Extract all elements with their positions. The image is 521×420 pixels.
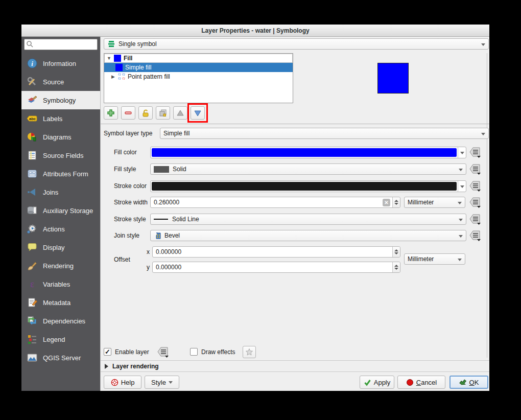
sidebar-item-label: Legend [43, 336, 65, 343]
sidebar-item-dependencies[interactable]: Dependencies [21, 312, 100, 330]
sidebar-item-information[interactable]: i Information [21, 54, 100, 73]
expander-right-icon[interactable]: ▶ [111, 74, 115, 79]
data-defined-override-button[interactable] [469, 213, 481, 225]
effects-options-button[interactable] [243, 346, 256, 358]
lock-color-button[interactable] [138, 106, 153, 120]
offset-y-input[interactable]: 0.000000 [152, 262, 400, 273]
stroke-width-unit-combo[interactable]: Millimeter [404, 197, 465, 208]
labels-icon: abc [27, 113, 38, 124]
symbol-layer-type-combo[interactable]: Simple fill [160, 128, 489, 139]
offset-y-value: 0.000000 [156, 264, 181, 271]
sidebar-item-attributes-form[interactable]: Attributes Form [21, 165, 100, 183]
simple-fill-chip [115, 64, 123, 71]
symbology-icon [27, 95, 38, 106]
renderer-value: Single symbol [119, 40, 157, 48]
expander-down-icon[interactable]: ▼ [107, 56, 111, 61]
data-defined-override-button[interactable] [157, 346, 169, 358]
data-defined-override-button[interactable] [469, 146, 481, 158]
join-style-label: Join style [114, 232, 139, 239]
remove-symbol-layer-button[interactable] [121, 106, 135, 120]
stroke-style-combo[interactable]: Solid Line [150, 214, 466, 225]
sidebar-item-source[interactable]: Source [21, 73, 100, 91]
chevron-down-icon [458, 259, 462, 261]
tree-row-point-pattern-fill[interactable]: ▶ Point pattern fill [104, 72, 293, 81]
sidebar-item-metadata[interactable]: Metadata [21, 293, 100, 312]
solid-line-swatch [154, 219, 168, 220]
layer-rendering-section[interactable]: Layer rendering [101, 360, 489, 372]
tree-row-simple-fill[interactable]: Simple fill [104, 63, 293, 72]
tree-row-fill[interactable]: ▼ Fill [104, 54, 293, 63]
offset-x-value: 0.000000 [156, 248, 181, 255]
sidebar-item-variables[interactable]: ε Variables [21, 275, 100, 293]
svg-text:i: i [31, 60, 33, 67]
sidebar-item-label: Symbology [43, 97, 76, 104]
chevron-down-icon [169, 381, 173, 384]
clear-icon[interactable]: ✕ [383, 199, 390, 206]
expander-right-icon [105, 364, 108, 369]
offset-unit-combo[interactable]: Millimeter [404, 253, 465, 265]
fill-color-dropdown[interactable] [458, 147, 466, 158]
ok-button[interactable]: OK [449, 376, 488, 389]
move-up-button[interactable] [173, 106, 187, 120]
tree-label-fill: Fill [124, 55, 132, 62]
stroke-width-spinner[interactable] [392, 197, 400, 207]
sidebar-item-actions[interactable]: Actions [21, 220, 100, 238]
offset-y-spinner[interactable] [392, 262, 400, 272]
draw-effects-checkbox[interactable] [190, 348, 198, 356]
sidebar-item-rendering[interactable]: Rendering [21, 256, 100, 275]
layer-properties-dialog: Layer Properties - water | Symbology i I… [21, 25, 489, 391]
search-input[interactable] [24, 39, 98, 50]
cancel-button[interactable]: Cancel [397, 376, 445, 389]
offset-x-spinner[interactable] [392, 247, 400, 257]
sidebar-item-label: Information [43, 60, 76, 67]
fill-color-swatch [152, 148, 457, 157]
ok-arrow-icon [459, 379, 467, 386]
chevron-down-icon [459, 235, 463, 238]
enable-layer-checkbox[interactable]: ✓ [104, 348, 111, 356]
joins-icon [27, 186, 38, 198]
sidebar-item-label: Source Fields [43, 152, 83, 159]
fill-color-button[interactable] [150, 147, 466, 158]
fill-symbol-chip [114, 55, 121, 62]
sidebar-item-source-fields[interactable]: Source Fields [21, 146, 100, 165]
sidebar-item-joins[interactable]: Joins [21, 183, 100, 201]
stroke-color-dropdown[interactable] [458, 181, 466, 192]
plus-icon [106, 108, 115, 118]
join-style-combo[interactable]: Bevel [150, 230, 466, 241]
duplicate-symbol-layer-button[interactable] [156, 106, 170, 120]
sidebar-item-qgis-server[interactable]: QGIS Server [21, 348, 100, 367]
data-defined-override-button[interactable] [469, 229, 481, 242]
data-defined-override-button[interactable] [469, 196, 481, 208]
data-defined-override-button[interactable] [469, 163, 481, 175]
sidebar-item-auxiliary-storage[interactable]: Auxiliary Storage [21, 201, 100, 220]
apply-button[interactable]: Apply [360, 376, 394, 389]
sidebar-item-label: Metadata [43, 299, 70, 307]
style-button[interactable]: Style [145, 376, 179, 389]
star-icon [245, 348, 253, 356]
renderer-combo[interactable]: Single symbol [104, 38, 489, 50]
rendering-icon [27, 260, 38, 271]
symbol-layer-tree: ▼ Fill Simple fill ▶ Point pattern fill [104, 53, 293, 103]
help-button[interactable]: Help [104, 376, 141, 389]
stroke-color-button[interactable] [150, 180, 466, 192]
symbology-panel: Single symbol ▼ Fill Simple fill ▶ Point… [100, 37, 489, 391]
panel-frame-line [487, 53, 487, 358]
tree-label-simple-fill: Simple fill [125, 64, 151, 71]
sidebar-item-legend[interactable]: Legend [21, 330, 100, 348]
sidebar-item-label: QGIS Server [43, 354, 81, 362]
chevron-down-icon [459, 219, 463, 221]
qgis-server-icon [27, 352, 38, 363]
add-symbol-layer-button[interactable] [104, 106, 118, 120]
sidebar-item-labels[interactable]: abc Labels [21, 109, 100, 128]
sidebar-item-symbology[interactable]: Symbology [21, 91, 100, 109]
stop-icon [406, 379, 414, 386]
sidebar-item-display[interactable]: Display [21, 238, 100, 256]
sidebar-item-diagrams[interactable]: Diagrams [21, 128, 100, 146]
fill-style-combo[interactable]: Solid [150, 164, 466, 175]
offset-x-input[interactable]: 0.000000 [152, 246, 400, 258]
stroke-width-input[interactable]: 0.260000 ✕ [150, 197, 400, 208]
sidebar-item-label: Display [43, 244, 65, 251]
chevron-down-icon [460, 152, 464, 154]
information-icon: i [27, 58, 38, 69]
data-defined-override-button[interactable] [469, 180, 481, 192]
